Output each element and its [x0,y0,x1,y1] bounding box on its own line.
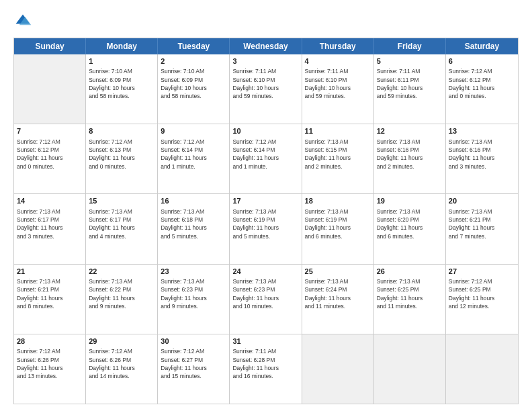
day-number: 27 [449,267,515,277]
day-number: 26 [377,267,443,277]
day-number: 24 [232,267,298,277]
calendar-cell: 3Sunrise: 7:11 AMSunset: 6:10 PMDaylight… [230,54,302,124]
weekday-header: Sunday [14,38,86,54]
calendar-cell: 10Sunrise: 7:12 AMSunset: 6:14 PMDayligh… [230,124,302,193]
day-number: 25 [305,267,371,277]
day-number: 22 [89,267,154,277]
calendar-cell [302,334,374,404]
page: SundayMondayTuesdayWednesdayThursdayFrid… [0,0,532,411]
cell-details: Sunrise: 7:13 AMSunset: 6:22 PMDaylight:… [89,277,154,310]
calendar-cell: 22Sunrise: 7:13 AMSunset: 6:22 PMDayligh… [86,265,158,334]
cell-details: Sunrise: 7:13 AMSunset: 6:21 PMDaylight:… [17,277,83,310]
calendar: SundayMondayTuesdayWednesdayThursdayFrid… [13,38,519,404]
day-number: 23 [161,267,226,277]
calendar-cell: 2Sunrise: 7:10 AMSunset: 6:09 PMDaylight… [158,54,230,124]
calendar-cell: 18Sunrise: 7:13 AMSunset: 6:19 PMDayligh… [302,194,374,263]
weekday-header: Wednesday [230,38,302,54]
day-number: 30 [161,336,226,347]
weekday-header: Friday [374,38,446,54]
calendar-cell: 21Sunrise: 7:13 AMSunset: 6:21 PMDayligh… [14,265,86,334]
logo [13,12,35,31]
calendar-row: 28Sunrise: 7:12 AMSunset: 6:26 PMDayligh… [14,334,518,404]
cell-details: Sunrise: 7:13 AMSunset: 6:18 PMDaylight:… [161,208,226,240]
calendar-cell: 24Sunrise: 7:13 AMSunset: 6:23 PMDayligh… [230,265,302,334]
day-number: 12 [377,126,443,136]
weekday-header: Monday [86,38,158,54]
calendar-cell: 27Sunrise: 7:12 AMSunset: 6:25 PMDayligh… [446,265,518,334]
cell-details: Sunrise: 7:11 AMSunset: 6:10 PMDaylight:… [232,67,298,100]
day-number: 21 [17,267,83,277]
calendar-cell: 19Sunrise: 7:13 AMSunset: 6:20 PMDayligh… [374,194,446,263]
calendar-cell: 13Sunrise: 7:13 AMSunset: 6:16 PMDayligh… [446,124,518,193]
calendar-cell [14,54,86,124]
day-number: 15 [89,196,154,206]
cell-details: Sunrise: 7:10 AMSunset: 6:09 PMDaylight:… [89,67,154,100]
header [13,12,519,31]
weekday-header: Thursday [302,38,374,54]
weekday-header: Saturday [446,38,518,54]
calendar-cell: 1Sunrise: 7:10 AMSunset: 6:09 PMDaylight… [86,54,158,124]
calendar-cell: 28Sunrise: 7:12 AMSunset: 6:26 PMDayligh… [14,334,86,404]
day-number: 7 [17,126,83,136]
calendar-cell: 11Sunrise: 7:13 AMSunset: 6:15 PMDayligh… [302,124,374,193]
cell-details: Sunrise: 7:13 AMSunset: 6:20 PMDaylight:… [377,208,443,240]
cell-details: Sunrise: 7:11 AMSunset: 6:28 PMDaylight:… [232,347,298,380]
cell-details: Sunrise: 7:13 AMSunset: 6:17 PMDaylight:… [89,208,154,240]
cell-details: Sunrise: 7:12 AMSunset: 6:14 PMDaylight:… [161,138,226,171]
day-number: 11 [305,126,371,136]
calendar-cell: 6Sunrise: 7:12 AMSunset: 6:12 PMDaylight… [446,54,518,124]
calendar-cell: 12Sunrise: 7:13 AMSunset: 6:16 PMDayligh… [374,124,446,193]
calendar-cell: 7Sunrise: 7:12 AMSunset: 6:12 PMDaylight… [14,124,86,193]
calendar-cell: 26Sunrise: 7:13 AMSunset: 6:25 PMDayligh… [374,265,446,334]
calendar-cell: 4Sunrise: 7:11 AMSunset: 6:10 PMDaylight… [302,54,374,124]
cell-details: Sunrise: 7:13 AMSunset: 6:16 PMDaylight:… [377,138,443,171]
cell-details: Sunrise: 7:13 AMSunset: 6:15 PMDaylight:… [305,138,371,171]
calendar-cell: 30Sunrise: 7:12 AMSunset: 6:27 PMDayligh… [158,334,230,404]
cell-details: Sunrise: 7:13 AMSunset: 6:16 PMDaylight:… [449,138,515,171]
cell-details: Sunrise: 7:12 AMSunset: 6:26 PMDaylight:… [17,347,83,380]
calendar-cell: 29Sunrise: 7:12 AMSunset: 6:26 PMDayligh… [86,334,158,404]
calendar-cell: 8Sunrise: 7:12 AMSunset: 6:13 PMDaylight… [86,124,158,193]
calendar-cell: 16Sunrise: 7:13 AMSunset: 6:18 PMDayligh… [158,194,230,263]
calendar-cell: 15Sunrise: 7:13 AMSunset: 6:17 PMDayligh… [86,194,158,263]
day-number: 5 [377,56,443,66]
cell-details: Sunrise: 7:13 AMSunset: 6:17 PMDaylight:… [17,208,83,240]
calendar-cell [374,334,446,404]
logo-icon [13,12,32,31]
day-number: 8 [89,126,154,136]
cell-details: Sunrise: 7:13 AMSunset: 6:19 PMDaylight:… [305,208,371,240]
cell-details: Sunrise: 7:12 AMSunset: 6:12 PMDaylight:… [17,138,83,171]
calendar-header-row: SundayMondayTuesdayWednesdayThursdayFrid… [14,38,518,54]
day-number: 14 [17,196,83,206]
calendar-cell: 14Sunrise: 7:13 AMSunset: 6:17 PMDayligh… [14,194,86,263]
day-number: 29 [89,336,154,347]
day-number: 6 [449,56,515,66]
day-number: 1 [89,56,154,66]
cell-details: Sunrise: 7:13 AMSunset: 6:25 PMDaylight:… [377,277,443,310]
calendar-row: 7Sunrise: 7:12 AMSunset: 6:12 PMDaylight… [14,124,518,194]
calendar-cell: 17Sunrise: 7:13 AMSunset: 6:19 PMDayligh… [230,194,302,263]
cell-details: Sunrise: 7:13 AMSunset: 6:24 PMDaylight:… [305,277,371,310]
cell-details: Sunrise: 7:12 AMSunset: 6:12 PMDaylight:… [449,67,515,100]
calendar-cell: 31Sunrise: 7:11 AMSunset: 6:28 PMDayligh… [230,334,302,404]
calendar-cell: 5Sunrise: 7:11 AMSunset: 6:11 PMDaylight… [374,54,446,124]
day-number: 28 [17,336,83,347]
calendar-row: 21Sunrise: 7:13 AMSunset: 6:21 PMDayligh… [14,265,518,334]
calendar-cell: 23Sunrise: 7:13 AMSunset: 6:23 PMDayligh… [158,265,230,334]
calendar-row: 1Sunrise: 7:10 AMSunset: 6:09 PMDaylight… [14,54,518,124]
cell-details: Sunrise: 7:12 AMSunset: 6:25 PMDaylight:… [449,277,515,310]
cell-details: Sunrise: 7:13 AMSunset: 6:23 PMDaylight:… [232,277,298,310]
cell-details: Sunrise: 7:10 AMSunset: 6:09 PMDaylight:… [161,67,226,100]
day-number: 2 [161,56,226,66]
day-number: 9 [161,126,226,136]
weekday-header: Tuesday [158,38,230,54]
day-number: 10 [232,126,298,136]
calendar-cell: 25Sunrise: 7:13 AMSunset: 6:24 PMDayligh… [302,265,374,334]
cell-details: Sunrise: 7:12 AMSunset: 6:14 PMDaylight:… [232,138,298,171]
cell-details: Sunrise: 7:12 AMSunset: 6:27 PMDaylight:… [161,347,226,380]
day-number: 20 [449,196,515,206]
cell-details: Sunrise: 7:12 AMSunset: 6:13 PMDaylight:… [89,138,154,171]
day-number: 16 [161,196,226,206]
calendar-body: 1Sunrise: 7:10 AMSunset: 6:09 PMDaylight… [14,54,518,404]
calendar-cell: 20Sunrise: 7:13 AMSunset: 6:21 PMDayligh… [446,194,518,263]
